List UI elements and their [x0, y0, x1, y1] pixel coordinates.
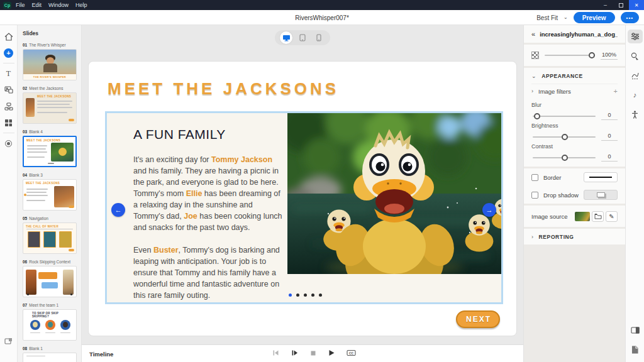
animations-button[interactable]: [628, 69, 643, 82]
phone-preview-button[interactable]: [313, 31, 325, 44]
accessibility-button[interactable]: [628, 107, 643, 121]
add-content-button[interactable]: +: [2, 46, 16, 60]
carousel-heading: A FUN FAMILY: [133, 127, 284, 142]
menu-bar: File Edit Window Help: [16, 2, 87, 8]
sliders-icon: [631, 33, 640, 40]
slide-item-03-selected[interactable]: 03Blank 4 MEET THE JACKSONS: [23, 129, 81, 167]
slide-label: 08Blank 1: [23, 346, 81, 351]
maximize-button[interactable]: [613, 0, 629, 10]
menu-help[interactable]: Help: [75, 2, 87, 8]
interactions-tool-button[interactable]: [2, 99, 16, 113]
menu-file[interactable]: File: [16, 2, 25, 8]
home-icon: [4, 33, 13, 41]
zoom-fit-dropdown[interactable]: Best Fit: [536, 14, 558, 21]
notes-panel-button[interactable]: [628, 343, 643, 356]
contrast-slider-handle[interactable]: [562, 155, 568, 161]
media-tool-button[interactable]: [2, 83, 16, 97]
drop-shadow-checkbox[interactable]: [531, 192, 538, 199]
slide-thumbnail: THE CALL OF WATER: [23, 222, 77, 254]
play-button[interactable]: [328, 349, 335, 356]
slide-item-02[interactable]: 02Meet the Jacksons MEET THE JACKSONS: [23, 86, 81, 124]
slide-label: 01The River's Whisper: [23, 43, 81, 47]
chevron-down-icon[interactable]: ⌄: [564, 15, 568, 20]
edit-image-button[interactable]: ✎: [606, 211, 618, 222]
carousel-dot-4[interactable]: [311, 293, 314, 297]
slide-item-07[interactable]: 07Meet the team 1 TO SKIP OR SKIP SKIPPI…: [23, 303, 81, 341]
menu-window[interactable]: Window: [48, 2, 69, 8]
carousel-text-block: A FUN FAMILY It's an exciting day for To…: [133, 127, 284, 312]
carousel-dot-1-active[interactable]: [289, 293, 292, 297]
carousel-prev-button[interactable]: ←: [111, 203, 125, 217]
titlebar: Cp File Edit Window Help – ✕: [0, 0, 644, 10]
step-forward-button[interactable]: [291, 349, 298, 356]
divider: [3, 63, 14, 63]
record-button[interactable]: [2, 136, 16, 150]
brightness-slider: [533, 136, 596, 138]
carousel-dot-5[interactable]: [319, 293, 322, 297]
opacity-slider-handle[interactable]: [589, 52, 595, 58]
slide-item-04[interactable]: 04Blank 3 MEET THE JACKSONS: [23, 173, 81, 211]
border-checkbox[interactable]: [531, 174, 538, 181]
slide-item-05[interactable]: 05Navigation THE CALL OF WATER: [23, 216, 81, 254]
contrast-value: 0: [601, 153, 618, 162]
layout-blocks-icon: [4, 119, 13, 127]
collapse-panel-icon[interactable]: «: [531, 30, 535, 38]
menu-edit[interactable]: Edit: [32, 2, 42, 8]
image-filters-row[interactable]: › Image filters +: [531, 84, 618, 98]
add-filter-icon[interactable]: +: [614, 87, 618, 95]
visual-properties-button[interactable]: [628, 30, 643, 43]
preview-button[interactable]: Preview: [574, 12, 615, 23]
slide-item-01[interactable]: 01The River's Whisper THE RIVER'S WHISPE…: [23, 43, 81, 80]
audio-button[interactable]: ♪: [628, 88, 643, 102]
tablet-preview-button[interactable]: [296, 31, 309, 44]
slide-item-06[interactable]: 06Rock Skipping Context: [23, 260, 81, 297]
carousel-dot-2[interactable]: [296, 293, 299, 297]
accessibility-icon: [631, 111, 638, 119]
record-icon: [5, 140, 12, 147]
left-toolbar-rail: + T: [0, 25, 18, 362]
blocks-tool-button[interactable]: [2, 116, 16, 129]
home-button[interactable]: [2, 30, 16, 43]
interactivity-button[interactable]: [628, 49, 643, 63]
blur-value: 0: [601, 112, 618, 120]
shadow-style-button[interactable]: [584, 190, 618, 200]
closed-captions-button[interactable]: CC: [347, 349, 356, 356]
appearance-section-header[interactable]: ⌄ APPEARANCE: [531, 68, 618, 84]
border-style-button[interactable]: [584, 172, 618, 182]
timeline-bar: Timeline CC: [82, 344, 523, 362]
duckling-photo: [287, 113, 501, 274]
carousel-dot-3[interactable]: [304, 293, 307, 297]
panel-toggle-button[interactable]: [2, 334, 16, 348]
more-options-button[interactable]: •••: [621, 12, 639, 23]
tablet-icon: [299, 34, 306, 41]
arrow-right-icon: →: [486, 206, 493, 214]
previous-frame-button[interactable]: [272, 349, 279, 356]
slides-panel: Slides 01The River's Whisper THE RIVER'S…: [18, 25, 82, 362]
carousel-pagination: [289, 293, 322, 297]
toolbar: RiversWhisper007* Best Fit ⌄ Preview •••: [0, 10, 644, 25]
carousel-next-button[interactable]: →: [482, 203, 496, 217]
reporting-section-header[interactable]: › REPORTING: [531, 229, 618, 244]
browse-image-button[interactable]: [592, 211, 604, 222]
close-button[interactable]: ✕: [629, 0, 644, 10]
slide-item-08[interactable]: 08Blank 1: [23, 346, 81, 362]
arrow-left-icon: ←: [115, 206, 122, 214]
blur-slider-handle[interactable]: [534, 113, 540, 119]
brightness-label: Brightness: [531, 123, 618, 129]
stop-button[interactable]: [310, 350, 316, 356]
carousel-widget[interactable]: A FUN FAMILY It's an exciting day for To…: [105, 111, 503, 304]
slide-thumbnail: MEET THE JACKSONS: [23, 179, 77, 211]
desktop-preview-button[interactable]: [280, 31, 292, 44]
blur-slider: [533, 116, 596, 117]
text-tool-button[interactable]: T: [2, 67, 16, 80]
slide-thumbnail: TO SKIP OR SKIP SKIPPING?: [23, 309, 77, 341]
next-button[interactable]: NEXT: [456, 310, 500, 328]
panel-icon: [4, 337, 13, 345]
layout-panel-button[interactable]: [628, 323, 643, 337]
minimize-button[interactable]: –: [597, 0, 613, 10]
brightness-slider-handle[interactable]: [562, 134, 568, 140]
drop-shadow-label: Drop shadow: [543, 192, 579, 199]
svg-text:CC: CC: [349, 351, 354, 355]
desktop-icon: [282, 35, 291, 41]
slides-panel-header: Slides: [23, 30, 81, 36]
